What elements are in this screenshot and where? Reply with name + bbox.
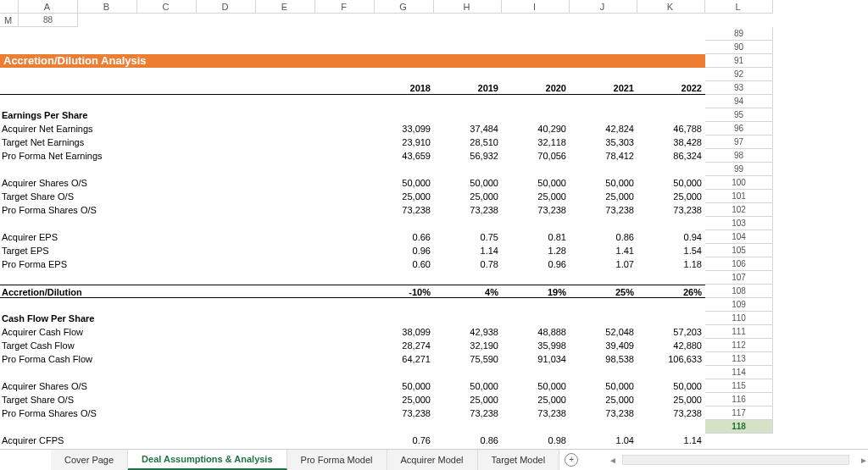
section-heading[interactable]: Cash Flow Per Share <box>0 312 705 325</box>
tab-pro-forma-model[interactable]: Pro Forma Model <box>287 450 387 470</box>
col-header-L[interactable]: L <box>705 0 773 14</box>
cell-blank[interactable] <box>0 95 705 108</box>
data-cell[interactable]: 25,000 <box>434 393 502 406</box>
row-label[interactable]: Pro Forma Net Earnings <box>0 149 375 163</box>
row-label[interactable]: Acquirer Cash Flow <box>0 325 375 339</box>
data-cell[interactable]: 25,000 <box>570 393 637 406</box>
row-label[interactable]: Pro Forma Cash Flow <box>0 352 375 366</box>
row-label[interactable]: Pro Forma Shares O/S <box>0 406 375 420</box>
row-header[interactable]: 105 <box>705 244 773 257</box>
data-cell[interactable]: 35,303 <box>570 135 637 149</box>
row-header[interactable]: 110 <box>705 312 773 325</box>
data-cell[interactable]: 0.75 <box>434 230 502 244</box>
row-label[interactable]: Acquirer EPS <box>0 230 375 244</box>
cell-blank[interactable] <box>0 27 705 41</box>
data-cell[interactable]: 73,238 <box>502 406 570 420</box>
row-header[interactable]: 109 <box>705 298 773 312</box>
data-cell[interactable]: 86,324 <box>637 149 705 163</box>
tab-target-model[interactable]: Target Model <box>478 450 560 470</box>
cell-blank[interactable] <box>0 298 705 312</box>
data-cell[interactable]: 73,238 <box>434 203 502 217</box>
data-cell[interactable]: 106,633 <box>637 352 705 366</box>
data-cell[interactable]: 73,238 <box>434 406 502 420</box>
scroll-right-icon[interactable]: ► <box>860 456 868 465</box>
scroll-track[interactable] <box>622 455 849 465</box>
tab-acquirer-model[interactable]: Acquirer Model <box>387 450 478 470</box>
year-header[interactable]: 2020 <box>502 81 570 95</box>
data-cell[interactable]: 25,000 <box>502 190 570 203</box>
tab-deal-assumptions[interactable]: Deal Assumptions & Analysis <box>128 450 287 470</box>
row-header[interactable]: 107 <box>705 271 773 285</box>
data-cell[interactable]: 50,000 <box>375 176 434 190</box>
row-header[interactable]: 117 <box>705 406 773 420</box>
data-cell[interactable]: 50,000 <box>570 176 637 190</box>
row-label[interactable]: Acquirer Shares O/S <box>0 379 375 393</box>
data-cell[interactable]: 40,290 <box>502 122 570 135</box>
data-cell[interactable]: 1.41 <box>570 244 637 257</box>
col-header-K[interactable]: K <box>637 0 705 14</box>
data-cell[interactable]: 78,412 <box>570 149 637 163</box>
col-header-M[interactable]: M <box>0 14 19 27</box>
data-cell[interactable]: 23,910 <box>375 135 434 149</box>
cell-blank[interactable] <box>0 81 375 95</box>
data-cell[interactable]: 0.60 <box>375 257 434 271</box>
row-header[interactable]: 91 <box>705 54 773 68</box>
data-cell[interactable]: 42,880 <box>637 339 705 352</box>
data-cell[interactable]: 50,000 <box>434 379 502 393</box>
col-header-I[interactable]: I <box>502 0 570 14</box>
data-cell[interactable]: 73,238 <box>375 406 434 420</box>
data-cell[interactable]: 28,274 <box>375 339 434 352</box>
data-cell[interactable]: 73,238 <box>570 406 637 420</box>
row-label[interactable]: Acquirer Shares O/S <box>0 176 375 190</box>
data-cell[interactable]: 73,238 <box>375 203 434 217</box>
row-header[interactable]: 90 <box>705 41 773 54</box>
row-label[interactable]: Target Cash Flow <box>0 339 375 352</box>
cell-blank[interactable] <box>0 271 705 285</box>
data-cell[interactable]: 42,938 <box>434 325 502 339</box>
data-cell[interactable]: 50,000 <box>637 176 705 190</box>
data-cell[interactable]: 33,099 <box>375 122 434 135</box>
data-cell[interactable]: 38,428 <box>637 135 705 149</box>
year-header[interactable]: 2019 <box>434 81 502 95</box>
data-cell[interactable]: 1.28 <box>502 244 570 257</box>
data-cell[interactable]: 0.96 <box>375 244 434 257</box>
col-header-J[interactable]: J <box>570 0 637 14</box>
col-header-C[interactable]: C <box>137 0 197 14</box>
data-cell[interactable]: 42,824 <box>570 122 637 135</box>
row-header[interactable]: 88 <box>19 14 78 27</box>
col-header-G[interactable]: G <box>375 0 434 14</box>
section-title[interactable]: Accretion/Dilution Analysis <box>0 54 705 68</box>
row-header[interactable]: 102 <box>705 203 773 217</box>
data-cell[interactable]: 52,048 <box>570 325 637 339</box>
data-cell[interactable]: 25,000 <box>637 393 705 406</box>
data-cell[interactable]: 25,000 <box>570 190 637 203</box>
data-cell[interactable]: 46,788 <box>637 122 705 135</box>
data-cell[interactable]: 73,238 <box>502 203 570 217</box>
row-header[interactable]: 108 <box>705 285 773 298</box>
data-cell[interactable]: 35,998 <box>502 339 570 352</box>
row-header[interactable]: 116 <box>705 393 773 406</box>
row-label[interactable]: Pro Forma Shares O/S <box>0 203 375 217</box>
cell-blank[interactable] <box>0 41 705 54</box>
data-cell[interactable]: 0.96 <box>502 257 570 271</box>
data-cell[interactable]: 1.07 <box>570 257 637 271</box>
data-cell[interactable]: 25,000 <box>637 190 705 203</box>
data-cell[interactable]: 48,888 <box>502 325 570 339</box>
data-cell[interactable]: 56,932 <box>434 149 502 163</box>
row-header[interactable]: 94 <box>705 95 773 108</box>
data-cell[interactable]: 25% <box>570 285 637 298</box>
row-header[interactable]: 89 <box>705 27 773 41</box>
row-header[interactable]: 104 <box>705 230 773 244</box>
data-cell[interactable]: 0.78 <box>434 257 502 271</box>
row-label[interactable]: Acquirer CFPS <box>0 434 375 447</box>
row-header[interactable]: 98 <box>705 149 773 163</box>
data-cell[interactable]: 75,590 <box>434 352 502 366</box>
cell-blank[interactable] <box>0 163 705 176</box>
row-header[interactable]: 114 <box>705 366 773 379</box>
data-cell[interactable]: 37,484 <box>434 122 502 135</box>
year-header[interactable]: 2018 <box>375 81 434 95</box>
row-label[interactable]: Target Share O/S <box>0 190 375 203</box>
row-header[interactable]: 96 <box>705 122 773 135</box>
row-label[interactable]: Target Share O/S <box>0 393 375 406</box>
data-cell[interactable]: 50,000 <box>570 379 637 393</box>
